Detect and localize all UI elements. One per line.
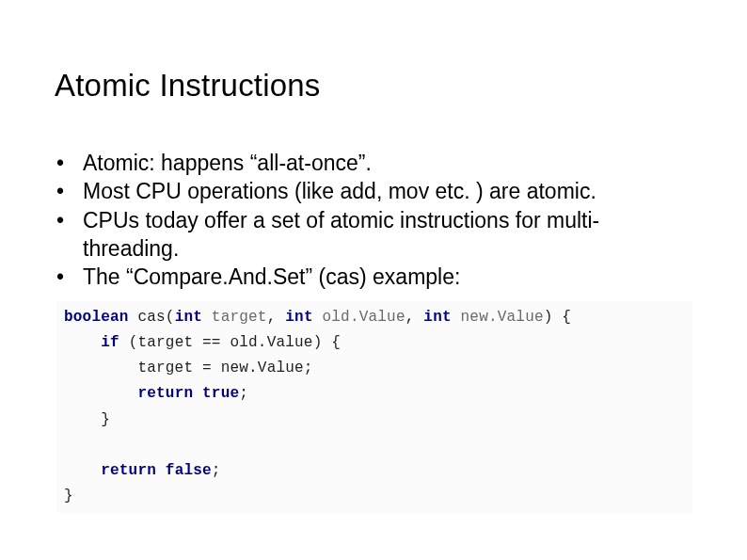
slide: Atomic Instructions •Atomic: happens “al…	[0, 0, 747, 560]
code-text: (target == old.Value) {	[119, 334, 341, 351]
code-keyword: boolean	[64, 309, 129, 326]
code-keyword: return	[137, 385, 193, 402]
code-keyword: return	[101, 462, 156, 479]
code-type: int	[175, 309, 202, 326]
code-indent	[64, 462, 101, 479]
bullet-item: •Most CPU operations (like add, mov etc.…	[70, 177, 692, 205]
code-indent	[64, 334, 101, 351]
code-line: }	[64, 411, 110, 428]
code-punct: ) {	[544, 309, 571, 326]
code-literal: false	[156, 462, 212, 479]
bullet-item: •The “Compare.And.Set” (cas) example:	[70, 263, 692, 291]
code-line: }	[64, 488, 73, 504]
bullet-dot-icon: •	[70, 263, 83, 291]
bullet-list: •Atomic: happens “all-at-once”. •Most CP…	[55, 149, 692, 292]
code-literal: true	[193, 385, 239, 402]
code-type: int	[423, 309, 451, 326]
bullet-dot-icon: •	[70, 149, 83, 177]
code-punct: ,	[267, 309, 286, 326]
code-param: target	[202, 309, 267, 326]
code-block: boolean cas(int target, int old.Value, i…	[56, 301, 692, 514]
code-keyword: if	[101, 334, 119, 351]
code-punct: ;	[239, 385, 248, 402]
bullet-dot-icon: •	[70, 177, 83, 205]
bullet-item: •Atomic: happens “all-at-once”.	[70, 149, 692, 177]
code-param: old.Value	[313, 309, 405, 326]
code-type: int	[285, 309, 312, 326]
code-fn-name: cas	[129, 309, 166, 326]
code-line: target = new.Value;	[64, 360, 313, 376]
slide-title: Atomic Instructions	[55, 68, 692, 104]
bullet-item: •CPUs today offer a set of atomic instru…	[70, 206, 692, 264]
code-indent	[64, 385, 137, 402]
code-punct: (	[166, 309, 175, 326]
bullet-text: Most CPU operations (like add, mov etc. …	[83, 179, 596, 203]
code-punct: ;	[212, 462, 221, 479]
bullet-text: The “Compare.And.Set” (cas) example:	[83, 264, 460, 289]
bullet-text: Atomic: happens “all-at-once”.	[83, 151, 372, 175]
code-param: new.Value	[452, 309, 544, 326]
bullet-text: CPUs today offer a set of atomic instruc…	[83, 208, 599, 261]
bullet-dot-icon: •	[70, 206, 83, 234]
code-punct: ,	[405, 309, 424, 326]
